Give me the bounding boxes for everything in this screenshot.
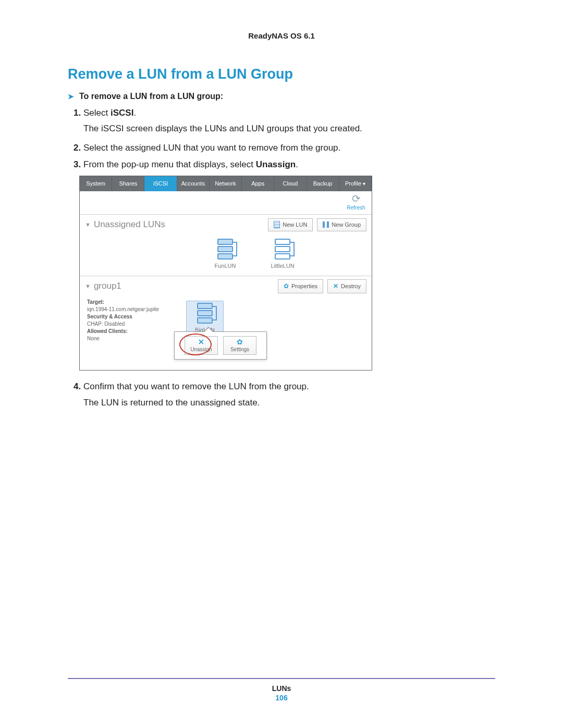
new-group-button[interactable]: New Group [317, 218, 366, 231]
tab-apps[interactable]: Apps [242, 176, 274, 191]
group-icon [323, 221, 329, 228]
gear-icon: ✿ [224, 338, 256, 346]
new-lun-button[interactable]: New LUN [268, 218, 313, 231]
gear-icon: ✿ [284, 281, 289, 291]
lun-funlun[interactable]: FunLUN [207, 239, 243, 270]
destroy-button[interactable]: ✕ Destroy [327, 279, 366, 293]
unassign-icon: ✕ [185, 338, 217, 346]
tab-bar: System Shares iSCSI Accounts Network App… [80, 176, 372, 191]
lun-littlelun[interactable]: LittleLUN [264, 239, 301, 270]
lun-biglun[interactable]: BigLUN ✕ Unassign ✿ Settings [186, 301, 224, 342]
collapse-icon[interactable]: ▼ [85, 220, 91, 229]
tab-backup[interactable]: Backup [307, 176, 339, 191]
tab-system[interactable]: System [80, 176, 112, 191]
refresh-button[interactable]: ⟳ Refresh [346, 193, 366, 212]
step-1: Select iSCSI. The iSCSI screen displays … [83, 106, 495, 136]
screenshot-frame: System Shares iSCSI Accounts Network App… [79, 176, 372, 371]
footer-page-number: 106 [68, 694, 495, 702]
step-4: Confirm that you want to remove the LUN … [83, 380, 495, 410]
tab-cloud[interactable]: Cloud [274, 176, 307, 191]
panel-unassigned-title: Unassigned LUNs [94, 218, 165, 231]
panel-group1-title: group1 [94, 279, 121, 293]
collapse-icon[interactable]: ▼ [85, 282, 91, 291]
section-heading: Remove a LUN from a LUN Group [68, 66, 495, 82]
settings-button[interactable]: ✿ Settings [223, 336, 256, 355]
chevron-right-icon: ➤ [68, 92, 74, 101]
tab-iscsi[interactable]: iSCSI [144, 176, 177, 191]
context-popup: ✕ Unassign ✿ Settings [174, 331, 267, 360]
step-4-body: The LUN is returned to the unassigned st… [83, 396, 495, 410]
doc-header: ReadyNAS OS 6.1 [68, 31, 495, 40]
destroy-icon: ✕ [333, 281, 338, 291]
refresh-icon: ⟳ [346, 193, 366, 204]
tab-shares[interactable]: Shares [112, 176, 144, 191]
step-2: Select the assigned LUN that you want to… [83, 141, 495, 155]
properties-button[interactable]: ✿ Properties [278, 279, 323, 293]
unassign-button[interactable]: ✕ Unassign [185, 336, 218, 355]
lun-icon [274, 221, 280, 228]
procedure-title: To remove a LUN from a LUN group: [79, 92, 223, 101]
group-info: Target: iqn.1994-11.com.netgear:jupite S… [80, 297, 170, 348]
page-footer: LUNs 106 [68, 678, 495, 702]
step-3: From the pop-up menu that displays, sele… [83, 158, 495, 371]
tab-accounts[interactable]: Accounts [177, 176, 210, 191]
tab-profile[interactable]: Profile [339, 176, 372, 191]
tab-network[interactable]: Network [210, 176, 242, 191]
step-1-body: The iSCSI screen displays the LUNs and L… [83, 122, 495, 135]
procedure-heading: ➤ To remove a LUN from a LUN group: [68, 92, 495, 101]
footer-category: LUNs [68, 684, 495, 693]
